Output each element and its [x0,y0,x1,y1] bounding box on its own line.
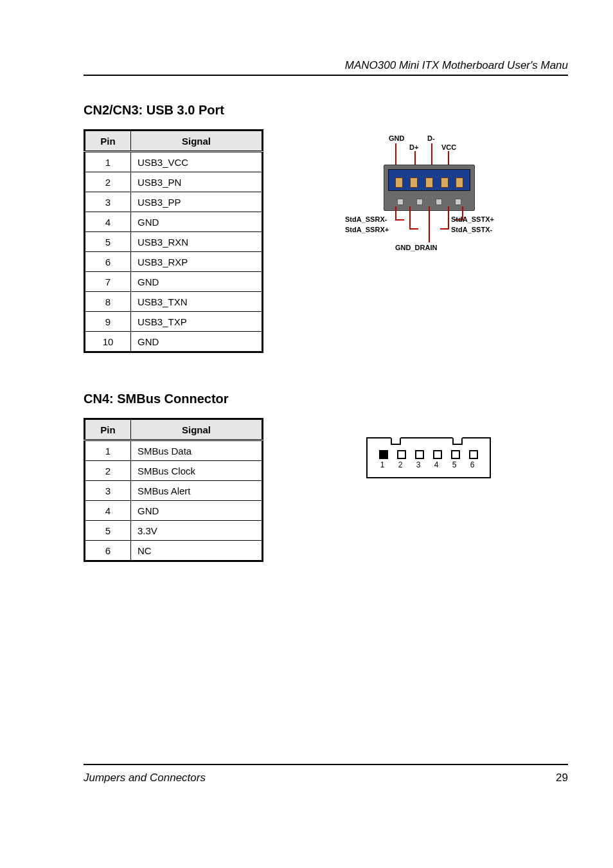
table-row: 53.3V [85,521,263,541]
pin-label-sstx-plus: StdA_SSTX+ [451,215,494,223]
col-pin: Pin [85,131,131,152]
section-title: CN4: SMBus Connector [84,392,568,406]
table-row: 6NC [85,541,263,561]
signal-cell: 3.3V [131,521,263,541]
pin-cell: 4 [85,501,131,521]
page-content: CN2/CN3: USB 3.0 Port Pin Signal 1USB3_V… [84,103,568,601]
table-row: 1USB3_VCC [85,152,263,172]
signal-cell: SMBus Clock [131,461,263,481]
pin-cell: 3 [85,192,131,212]
pin-num-6: 6 [468,460,477,469]
col-signal: Signal [131,419,263,440]
table-row: 4GND [85,501,263,521]
signal-cell: SMBus Alert [131,481,263,501]
signal-cell: SMBus Data [131,440,263,461]
table-row: 1SMBus Data [85,440,263,461]
signal-cell: USB3_TXP [131,312,263,332]
pin-cell: 5 [85,232,131,252]
signal-cell: NC [131,541,263,561]
table-row: 9USB3_TXP [85,312,263,332]
table-row: 7GND [85,272,263,292]
footer-rule [84,764,568,765]
pin-label-vcc: VCC [441,143,456,151]
table-row: 4GND [85,212,263,232]
pin-cell: 4 [85,212,131,232]
table-row: 6USB3_RXP [85,252,263,272]
footer-right: 29 [556,772,568,784]
footer-left: Jumpers and Connectors [84,772,206,784]
pin-label-dminus: D- [427,134,435,142]
pin-label-gnd: GND [389,134,404,142]
pin-cell: 9 [85,312,131,332]
table-row: 3SMBus Alert [85,481,263,501]
pin-cell: 10 [85,332,131,352]
signal-cell: USB3_TXN [131,292,263,312]
pin-num-3: 3 [414,460,423,469]
pin-num-5: 5 [450,460,459,469]
pin-label-sstx-minus: StdA_SSTX- [451,226,492,233]
table-row: 2USB3_PN [85,172,263,192]
usb3-figure: GND D+ D- VCC [289,129,568,264]
cn4-figure: 1 2 3 4 5 6 [289,418,568,478]
pin-num-1: 1 [378,460,387,469]
pin-cell: 6 [85,541,131,561]
section-title: CN2/CN3: USB 3.0 Port [84,103,568,118]
table-row: 8USB3_TXN [85,292,263,312]
signal-cell: USB3_PN [131,172,263,192]
pin-cell: 7 [85,272,131,292]
table-row: 3USB3_PP [85,192,263,212]
signal-cell: USB3_PP [131,192,263,212]
header-rule [84,75,568,76]
col-pin: Pin [85,419,131,440]
signal-cell: GND [131,272,263,292]
signal-cell: GND [131,212,263,232]
table-row: 10GND [85,332,263,352]
usb3-port [384,165,475,211]
pin-label-ssrx-plus: StdA_SSRX+ [345,226,389,233]
page-header-text: MANO300 Mini ITX Motherboard User's Manu [345,59,568,72]
pin-cell: 3 [85,481,131,501]
pin-label-gnd-drain: GND_DRAIN [395,244,437,251]
pin-cell: 5 [85,521,131,541]
signal-cell: GND [131,501,263,521]
signal-cell: USB3_RXN [131,232,263,252]
pin-label-dplus: D+ [409,143,418,151]
section-cn4: CN4: SMBus Connector Pin Signal 1SMBus D… [84,392,568,562]
table-row: 2SMBus Clock [85,461,263,481]
cn4-pin-table: Pin Signal 1SMBus Data2SMBus Clock3SMBus… [84,418,263,562]
section-usb3: CN2/CN3: USB 3.0 Port Pin Signal 1USB3_V… [84,103,568,353]
pin-cell: 2 [85,172,131,192]
table-row: 5USB3_RXN [85,232,263,252]
pin-cell: 6 [85,252,131,272]
usb3-pin-table: Pin Signal 1USB3_VCC2USB3_PN3USB3_PP4GND… [84,129,263,353]
pin-cell: 8 [85,292,131,312]
pin-num-4: 4 [432,460,441,469]
signal-cell: USB3_VCC [131,152,263,172]
pin-label-ssrx-minus: StdA_SSRX- [345,215,387,223]
pin-cell: 1 [85,152,131,172]
pin-cell: 2 [85,461,131,481]
signal-cell: GND [131,332,263,352]
signal-cell: USB3_RXP [131,252,263,272]
pin-cell: 1 [85,440,131,461]
col-signal: Signal [131,131,263,152]
pin-num-2: 2 [396,460,405,469]
